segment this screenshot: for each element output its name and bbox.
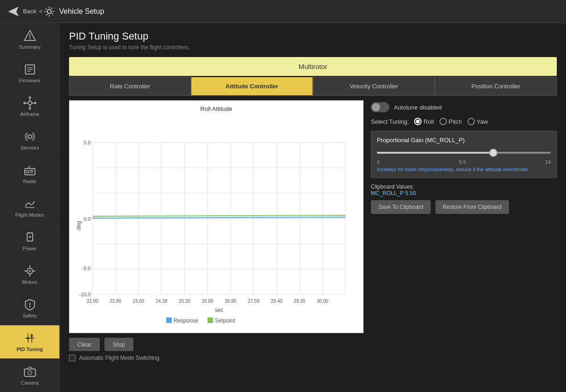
autotune-toggle[interactable] bbox=[371, 102, 389, 112]
page-subtitle: Tuning Setup is used to tune the flight … bbox=[69, 44, 557, 51]
slider-thumb[interactable] bbox=[489, 149, 497, 157]
tab-rate-controller[interactable]: Rate Controller bbox=[69, 77, 191, 96]
tab-position-controller[interactable]: Position Controller bbox=[435, 77, 557, 96]
svg-point-16 bbox=[29, 108, 31, 110]
svg-text:Response: Response bbox=[173, 317, 198, 324]
radio-icon bbox=[23, 164, 36, 177]
tab-attitude-controller[interactable]: Attitude Controller bbox=[191, 77, 313, 96]
sidebar-item-power[interactable]: Power bbox=[0, 225, 59, 258]
sidebar-item-summary[interactable]: Summary bbox=[0, 23, 59, 57]
svg-point-2 bbox=[47, 9, 51, 13]
back-label: Back bbox=[23, 8, 36, 15]
sidebar-item-airframe[interactable]: Airframe bbox=[0, 90, 59, 124]
back-separator: < bbox=[39, 8, 43, 15]
sidebar-item-firmware[interactable]: Firmware bbox=[0, 57, 59, 90]
pid-tuning-icon bbox=[23, 332, 36, 345]
gain-box: Proportional Gain (MC_ROLL_P) 1 5.5 14 I… bbox=[371, 131, 557, 178]
sidebar-label-camera: Camera bbox=[21, 380, 39, 386]
sidebar-label-airframe: Airframe bbox=[20, 111, 40, 117]
auto-switch-label: Automatic Flight Mode Switching bbox=[79, 355, 159, 361]
svg-marker-0 bbox=[8, 6, 19, 16]
sidebar-item-pid-tuning[interactable]: PID Tuning bbox=[0, 325, 59, 359]
clipboard-label: Clipboard Values: bbox=[371, 184, 557, 190]
clipboard-buttons: Save To Clipboard Restore From Clipboard bbox=[371, 200, 557, 214]
select-tuning-label: Select Tuning: bbox=[371, 118, 409, 125]
svg-text:30.00: 30.00 bbox=[317, 299, 328, 304]
svg-text:22.80: 22.80 bbox=[110, 299, 121, 304]
svg-text:26.00: 26.00 bbox=[202, 299, 213, 304]
slider-mid: 5.5 bbox=[459, 159, 466, 165]
motors-icon bbox=[23, 265, 36, 277]
topbar: Back < Vehicle Setup bbox=[0, 0, 566, 23]
tuning-option-pitch[interactable]: Pitch bbox=[439, 118, 462, 125]
restore-from-clipboard-button[interactable]: Restore From Clipboard bbox=[435, 200, 509, 214]
svg-rect-23 bbox=[30, 172, 33, 173]
slider-min: 1 bbox=[377, 159, 380, 165]
svg-point-21 bbox=[26, 170, 29, 173]
svg-point-10 bbox=[28, 101, 32, 105]
svg-rect-22 bbox=[30, 170, 33, 171]
sidebar-item-sensors[interactable]: Sensors bbox=[0, 124, 59, 157]
clear-button[interactable]: Clear bbox=[69, 338, 100, 351]
roll-radio-label: Roll bbox=[423, 118, 433, 125]
slider-fill bbox=[377, 152, 493, 154]
clipboard-section: Clipboard Values: MC_ROLL_P 5.50 Save To… bbox=[371, 184, 557, 214]
auto-switch-checkbox[interactable] bbox=[69, 355, 75, 361]
chart-container: Roll Attitude deg bbox=[69, 100, 364, 333]
sidebar-label-radio: Radio bbox=[23, 179, 36, 184]
svg-text:23.60: 23.60 bbox=[133, 299, 144, 304]
tab-velocity-controller[interactable]: Velocity Controller bbox=[313, 77, 435, 96]
auto-switch-row: Automatic Flight Mode Switching bbox=[69, 355, 557, 361]
svg-text:22.00: 22.00 bbox=[87, 299, 98, 304]
sensors-icon bbox=[23, 130, 36, 143]
bottom-row: Clear Stop bbox=[69, 338, 557, 351]
airframe-icon bbox=[23, 97, 36, 110]
clipboard-value: MC_ROLL_P 5.50 bbox=[371, 190, 557, 196]
tuning-option-yaw[interactable]: Yaw bbox=[468, 118, 488, 125]
multirotor-banner: Multirotor bbox=[69, 57, 557, 76]
page-title: PID Tuning Setup bbox=[69, 30, 557, 42]
slider-hint: Increase for more responsiveness, reduce… bbox=[377, 167, 551, 172]
gain-title: Proportional Gain (MC_ROLL_P) bbox=[377, 137, 551, 144]
svg-text:27.59: 27.59 bbox=[248, 299, 259, 304]
svg-point-38 bbox=[29, 306, 30, 308]
svg-text:-5.0: -5.0 bbox=[82, 265, 91, 271]
tab-bar: Rate Controller Attitude Controller Velo… bbox=[69, 77, 557, 96]
svg-text:-10.0: -10.0 bbox=[79, 292, 91, 297]
yaw-radio-label: Yaw bbox=[477, 118, 488, 125]
sidebar-item-camera[interactable]: Camera bbox=[0, 359, 59, 392]
sidebar-item-flight-modes[interactable]: Flight Modes bbox=[0, 191, 59, 225]
back-button[interactable]: Back < bbox=[7, 5, 43, 18]
svg-point-15 bbox=[29, 97, 31, 99]
autotune-label: Autotune disabled bbox=[394, 104, 442, 111]
safety-icon bbox=[23, 298, 36, 311]
tuning-option-roll[interactable]: Roll bbox=[414, 118, 433, 125]
topbar-title: Vehicle Setup bbox=[43, 5, 104, 18]
svg-text:25.20: 25.20 bbox=[179, 299, 190, 304]
back-icon bbox=[7, 5, 20, 18]
svg-point-5 bbox=[29, 38, 30, 40]
slider-max: 14 bbox=[545, 159, 551, 165]
svg-line-72 bbox=[92, 215, 346, 216]
roll-radio-outer bbox=[414, 118, 422, 125]
svg-text:0.0: 0.0 bbox=[84, 216, 91, 222]
svg-rect-45 bbox=[24, 369, 35, 376]
sidebar-item-radio[interactable]: Radio bbox=[0, 157, 59, 191]
save-to-clipboard-button[interactable]: Save To Clipboard bbox=[371, 200, 431, 214]
sidebar-item-motors[interactable]: Motors bbox=[0, 258, 59, 292]
svg-point-18 bbox=[34, 102, 36, 104]
stop-button[interactable]: Stop bbox=[104, 338, 133, 351]
svg-text:Setpoint: Setpoint bbox=[215, 317, 236, 324]
main-content: PID Tuning Setup Tuning Setup is used to… bbox=[60, 23, 566, 392]
svg-point-32 bbox=[29, 270, 31, 272]
yaw-radio-outer bbox=[468, 118, 475, 125]
pitch-radio-outer bbox=[439, 118, 447, 125]
sidebar-item-safety[interactable]: Safety bbox=[0, 292, 59, 325]
gain-slider[interactable] bbox=[377, 148, 551, 157]
svg-point-17 bbox=[23, 102, 26, 104]
sidebar-label-safety: Safety bbox=[23, 313, 37, 318]
slider-labels: 1 5.5 14 bbox=[377, 159, 551, 165]
pitch-radio-label: Pitch bbox=[449, 118, 462, 125]
flight-modes-icon bbox=[23, 197, 36, 210]
autotune-row: Autotune disabled bbox=[371, 102, 557, 112]
